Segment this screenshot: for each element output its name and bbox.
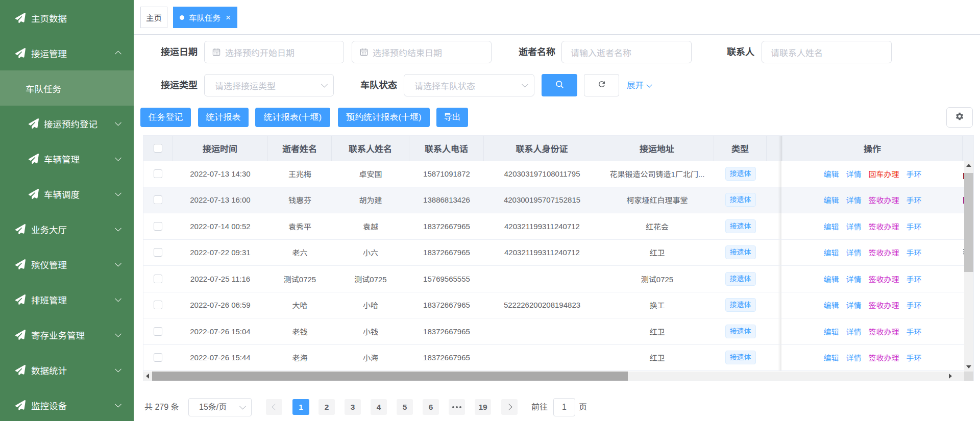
- pickup-time-cell: 2022-07-26 15:44: [173, 345, 268, 371]
- action-edit[interactable]: 编辑: [823, 168, 839, 179]
- action-edit[interactable]: 编辑: [823, 221, 839, 232]
- action-wristband[interactable]: 手环: [906, 168, 922, 179]
- actions-cell: 编辑详情签收办理手环: [782, 292, 963, 318]
- page-button-19[interactable]: 19: [475, 399, 491, 415]
- action-edit[interactable]: 编辑: [823, 274, 839, 284]
- action-details[interactable]: 详情: [846, 194, 861, 205]
- spacer-cell: [767, 240, 782, 266]
- close-tab-icon[interactable]: ×: [226, 13, 231, 22]
- sidebar-item-vehicle-dispatch[interactable]: 车辆调度: [0, 176, 134, 211]
- sidebar-item-funeral-management[interactable]: 殡仪管理: [0, 246, 134, 282]
- stats-report-shiyan-button[interactable]: 统计报表(十堰): [255, 108, 330, 127]
- action-sign-receipt[interactable]: 签收办理: [869, 247, 899, 258]
- action-details[interactable]: 详情: [846, 247, 861, 258]
- action-wristband[interactable]: 手环: [906, 352, 922, 363]
- start-date-input[interactable]: 选择预约开始日期: [204, 41, 344, 63]
- action-details[interactable]: 详情: [846, 326, 861, 337]
- chevron-down-icon: [115, 154, 121, 161]
- action-details[interactable]: 详情: [846, 352, 861, 363]
- page-button-3[interactable]: 3: [345, 399, 361, 415]
- vertical-scrollbar-thumb[interactable]: [964, 173, 973, 272]
- action-wristband[interactable]: 手环: [906, 300, 922, 310]
- refresh-button[interactable]: [584, 74, 619, 96]
- sidebar-item-home-data[interactable]: 主页数据: [0, 0, 134, 35]
- action-sign-receipt[interactable]: 签收办理: [869, 352, 899, 363]
- action-wristband[interactable]: 手环: [906, 247, 922, 258]
- page-button-1[interactable]: 1: [292, 399, 309, 415]
- pickup-type-select[interactable]: 请选择接运类型: [204, 74, 334, 96]
- page-button-4[interactable]: 4: [371, 399, 387, 415]
- row-checkbox[interactable]: [154, 169, 162, 178]
- expand-filters-link[interactable]: 展开: [627, 74, 651, 96]
- horizontal-scrollbar[interactable]: [143, 372, 964, 381]
- action-details[interactable]: 详情: [846, 300, 861, 310]
- row-checkbox[interactable]: [154, 353, 162, 362]
- task-register-button[interactable]: 任务登记: [140, 108, 191, 127]
- row-checkbox[interactable]: [154, 327, 162, 336]
- action-sign-receipt[interactable]: 签收办理: [869, 221, 899, 232]
- deceased-name-input[interactable]: 请输入逝者名称: [561, 41, 692, 63]
- page-size-select[interactable]: 15条/页: [188, 398, 252, 416]
- action-sign-receipt[interactable]: 签收办理: [869, 274, 899, 284]
- paper-plane-icon: [15, 259, 26, 269]
- search-button[interactable]: [542, 74, 577, 96]
- page-button-6[interactable]: 6: [423, 399, 439, 415]
- scroll-left-arrow-icon[interactable]: [146, 374, 149, 379]
- next-page-button[interactable]: [501, 399, 518, 415]
- more-pages-button[interactable]: [449, 399, 465, 415]
- end-date-input[interactable]: 选择预约结束日期: [352, 41, 492, 63]
- row-checkbox[interactable]: [154, 222, 162, 231]
- goto-page-input[interactable]: 1: [553, 398, 575, 416]
- tab-home[interactable]: 主页: [140, 7, 167, 28]
- action-wristband[interactable]: 手环: [906, 274, 922, 284]
- row-checkbox[interactable]: [154, 275, 162, 283]
- horizontal-scrollbar-thumb[interactable]: [152, 372, 628, 381]
- action-edit[interactable]: 编辑: [823, 326, 839, 337]
- vertical-scrollbar[interactable]: [964, 161, 973, 372]
- page-button-5[interactable]: 5: [397, 399, 413, 415]
- action-wristband[interactable]: 手环: [906, 326, 922, 337]
- fleet-status-select[interactable]: 请选择车队状态: [404, 74, 534, 96]
- action-edit[interactable]: 编辑: [823, 194, 839, 205]
- booking-stats-report-shiyan-button[interactable]: 预约统计报表(十堰): [338, 108, 430, 127]
- sidebar-item-shift-management[interactable]: 排班管理: [0, 282, 134, 317]
- sidebar-item-vehicle-management[interactable]: 车辆管理: [0, 141, 134, 176]
- action-edit[interactable]: 编辑: [823, 300, 839, 310]
- action-return-car[interactable]: 回车办理: [869, 168, 899, 179]
- scroll-down-arrow-icon[interactable]: [966, 365, 971, 368]
- action-details[interactable]: 详情: [846, 274, 861, 284]
- stats-report-button[interactable]: 统计报表: [198, 108, 249, 127]
- prev-page-button[interactable]: [266, 399, 282, 415]
- export-button[interactable]: 导出: [436, 108, 468, 127]
- action-wristband[interactable]: 手环: [906, 221, 922, 232]
- row-checkbox[interactable]: [154, 195, 162, 204]
- sidebar-item-storage-business[interactable]: 寄存业务管理: [0, 317, 134, 352]
- sidebar-item-pickup-booking[interactable]: 接运预约登记: [0, 106, 134, 141]
- sidebar-item-business-hall[interactable]: 业务大厅: [0, 211, 134, 246]
- spacer-cell: [767, 318, 782, 344]
- sidebar-item-fleet-tasks[interactable]: 车队任务: [0, 70, 134, 106]
- scroll-up-arrow-icon[interactable]: [966, 164, 971, 167]
- contact-name-input[interactable]: 请联系人姓名: [762, 41, 892, 63]
- sidebar-item-pickup-management[interactable]: 接运管理: [0, 35, 134, 70]
- action-sign-receipt[interactable]: 签收办理: [869, 326, 899, 337]
- row-checkbox[interactable]: [154, 301, 162, 309]
- tab-fleet-tasks[interactable]: 车队任务 ×: [173, 7, 237, 28]
- action-wristband[interactable]: 手环: [906, 194, 922, 205]
- contact-id-cell: 522226200208194823: [484, 292, 600, 318]
- scroll-right-arrow-icon[interactable]: [949, 374, 952, 379]
- sidebar-item-monitoring-devices[interactable]: 监控设备: [0, 387, 134, 421]
- select-all-checkbox[interactable]: [154, 144, 162, 153]
- column-settings-button[interactable]: [946, 107, 973, 128]
- paper-plane-icon: [29, 118, 39, 129]
- action-edit[interactable]: 编辑: [823, 352, 839, 363]
- row-checkbox[interactable]: [154, 248, 162, 257]
- action-edit[interactable]: 编辑: [823, 247, 839, 258]
- action-details[interactable]: 详情: [846, 168, 861, 179]
- action-sign-receipt[interactable]: 签收办理: [869, 194, 899, 205]
- action-sign-receipt[interactable]: 签收办理: [869, 300, 899, 310]
- page-button-2[interactable]: 2: [318, 399, 335, 415]
- sidebar-item-data-statistics[interactable]: 数据统计: [0, 352, 134, 387]
- action-details[interactable]: 详情: [846, 221, 861, 232]
- chevron-down-icon: [115, 365, 121, 372]
